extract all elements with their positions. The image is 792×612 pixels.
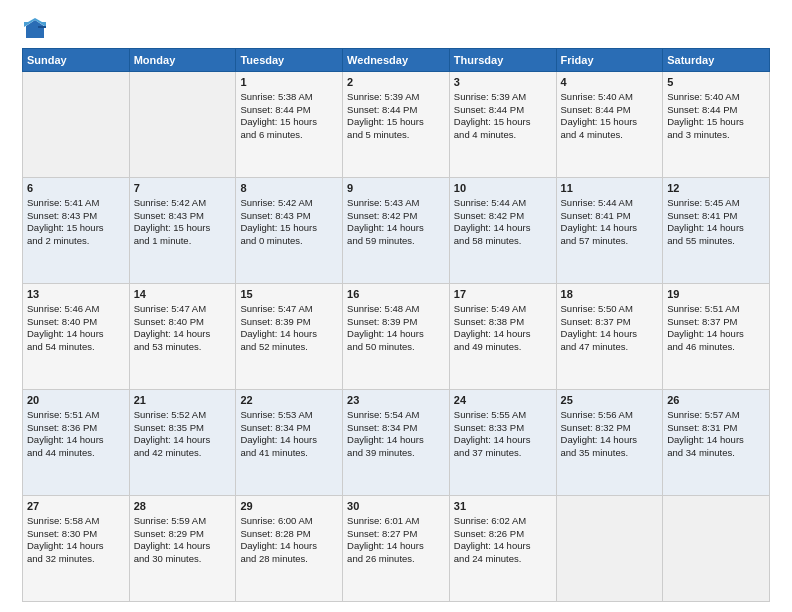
calendar-cell: 14Sunrise: 5:47 AMSunset: 8:40 PMDayligh… (129, 284, 236, 390)
day-number: 1 (240, 75, 338, 90)
day-info: and 53 minutes. (134, 341, 232, 354)
day-number: 5 (667, 75, 765, 90)
day-number: 10 (454, 181, 552, 196)
day-info: Daylight: 14 hours (347, 328, 445, 341)
day-info: and 41 minutes. (240, 447, 338, 460)
day-info: and 35 minutes. (561, 447, 659, 460)
day-info: and 54 minutes. (27, 341, 125, 354)
calendar-cell: 19Sunrise: 5:51 AMSunset: 8:37 PMDayligh… (663, 284, 770, 390)
day-info: Sunrise: 5:47 AM (134, 303, 232, 316)
calendar-cell: 2Sunrise: 5:39 AMSunset: 8:44 PMDaylight… (343, 72, 450, 178)
calendar-cell: 26Sunrise: 5:57 AMSunset: 8:31 PMDayligh… (663, 390, 770, 496)
calendar-week-4: 20Sunrise: 5:51 AMSunset: 8:36 PMDayligh… (23, 390, 770, 496)
day-info: and 59 minutes. (347, 235, 445, 248)
day-info: Daylight: 14 hours (134, 434, 232, 447)
day-info: Daylight: 14 hours (240, 434, 338, 447)
day-number: 24 (454, 393, 552, 408)
day-info: and 26 minutes. (347, 553, 445, 566)
weekday-header-row: SundayMondayTuesdayWednesdayThursdayFrid… (23, 49, 770, 72)
day-info: Sunrise: 5:48 AM (347, 303, 445, 316)
calendar-cell (23, 72, 130, 178)
day-info: Sunset: 8:36 PM (27, 422, 125, 435)
day-info: Sunset: 8:34 PM (240, 422, 338, 435)
day-info: Sunset: 8:41 PM (667, 210, 765, 223)
day-info: Sunrise: 5:53 AM (240, 409, 338, 422)
day-number: 15 (240, 287, 338, 302)
day-number: 7 (134, 181, 232, 196)
calendar-cell: 29Sunrise: 6:00 AMSunset: 8:28 PMDayligh… (236, 496, 343, 602)
day-info: Sunset: 8:44 PM (454, 104, 552, 117)
day-info: Sunset: 8:43 PM (27, 210, 125, 223)
day-info: and 6 minutes. (240, 129, 338, 142)
day-info: Sunset: 8:34 PM (347, 422, 445, 435)
day-info: Sunrise: 5:51 AM (667, 303, 765, 316)
day-number: 17 (454, 287, 552, 302)
day-info: Sunset: 8:32 PM (561, 422, 659, 435)
calendar-week-1: 1Sunrise: 5:38 AMSunset: 8:44 PMDaylight… (23, 72, 770, 178)
day-info: Sunset: 8:43 PM (240, 210, 338, 223)
day-info: Daylight: 14 hours (561, 434, 659, 447)
day-info: Sunrise: 5:44 AM (454, 197, 552, 210)
day-info: and 4 minutes. (561, 129, 659, 142)
day-info: Sunrise: 6:02 AM (454, 515, 552, 528)
day-info: and 32 minutes. (27, 553, 125, 566)
day-number: 3 (454, 75, 552, 90)
day-number: 13 (27, 287, 125, 302)
calendar-cell: 31Sunrise: 6:02 AMSunset: 8:26 PMDayligh… (449, 496, 556, 602)
day-info: Sunset: 8:43 PM (134, 210, 232, 223)
header (22, 18, 770, 40)
day-number: 22 (240, 393, 338, 408)
day-info: Daylight: 14 hours (134, 540, 232, 553)
day-number: 21 (134, 393, 232, 408)
calendar-cell (556, 496, 663, 602)
calendar-cell: 28Sunrise: 5:59 AMSunset: 8:29 PMDayligh… (129, 496, 236, 602)
day-info: Sunset: 8:41 PM (561, 210, 659, 223)
day-info: Sunrise: 5:39 AM (454, 91, 552, 104)
weekday-header-friday: Friday (556, 49, 663, 72)
day-info: Sunset: 8:44 PM (240, 104, 338, 117)
calendar-cell: 22Sunrise: 5:53 AMSunset: 8:34 PMDayligh… (236, 390, 343, 496)
day-info: Sunrise: 5:56 AM (561, 409, 659, 422)
day-info: Sunrise: 5:57 AM (667, 409, 765, 422)
day-info: Sunrise: 5:54 AM (347, 409, 445, 422)
day-number: 20 (27, 393, 125, 408)
calendar-cell: 15Sunrise: 5:47 AMSunset: 8:39 PMDayligh… (236, 284, 343, 390)
day-info: Sunset: 8:33 PM (454, 422, 552, 435)
day-number: 26 (667, 393, 765, 408)
day-info: Daylight: 14 hours (134, 328, 232, 341)
day-info: Sunrise: 5:49 AM (454, 303, 552, 316)
day-info: Daylight: 14 hours (561, 328, 659, 341)
calendar-week-5: 27Sunrise: 5:58 AMSunset: 8:30 PMDayligh… (23, 496, 770, 602)
calendar-cell: 17Sunrise: 5:49 AMSunset: 8:38 PMDayligh… (449, 284, 556, 390)
calendar-cell: 25Sunrise: 5:56 AMSunset: 8:32 PMDayligh… (556, 390, 663, 496)
page: SundayMondayTuesdayWednesdayThursdayFrid… (0, 0, 792, 612)
day-info: Daylight: 14 hours (27, 434, 125, 447)
day-info: Sunrise: 5:52 AM (134, 409, 232, 422)
day-info: Sunrise: 5:51 AM (27, 409, 125, 422)
day-info: Sunrise: 5:46 AM (27, 303, 125, 316)
calendar-cell: 3Sunrise: 5:39 AMSunset: 8:44 PMDaylight… (449, 72, 556, 178)
calendar-cell: 23Sunrise: 5:54 AMSunset: 8:34 PMDayligh… (343, 390, 450, 496)
day-info: Daylight: 15 hours (454, 116, 552, 129)
day-info: Daylight: 14 hours (454, 222, 552, 235)
day-info: Sunrise: 5:39 AM (347, 91, 445, 104)
day-info: Sunrise: 5:55 AM (454, 409, 552, 422)
day-info: Sunset: 8:38 PM (454, 316, 552, 329)
calendar-cell: 24Sunrise: 5:55 AMSunset: 8:33 PMDayligh… (449, 390, 556, 496)
calendar-cell: 13Sunrise: 5:46 AMSunset: 8:40 PMDayligh… (23, 284, 130, 390)
day-info: Sunset: 8:29 PM (134, 528, 232, 541)
day-info: Daylight: 14 hours (27, 540, 125, 553)
day-info: Sunset: 8:40 PM (134, 316, 232, 329)
day-info: and 3 minutes. (667, 129, 765, 142)
day-info: Sunrise: 5:44 AM (561, 197, 659, 210)
day-number: 28 (134, 499, 232, 514)
day-number: 11 (561, 181, 659, 196)
day-info: Daylight: 14 hours (454, 328, 552, 341)
day-info: Sunrise: 5:40 AM (667, 91, 765, 104)
day-number: 19 (667, 287, 765, 302)
day-number: 25 (561, 393, 659, 408)
day-info: Sunset: 8:39 PM (240, 316, 338, 329)
day-info: Sunset: 8:37 PM (561, 316, 659, 329)
day-info: Sunset: 8:26 PM (454, 528, 552, 541)
day-info: Daylight: 14 hours (454, 540, 552, 553)
